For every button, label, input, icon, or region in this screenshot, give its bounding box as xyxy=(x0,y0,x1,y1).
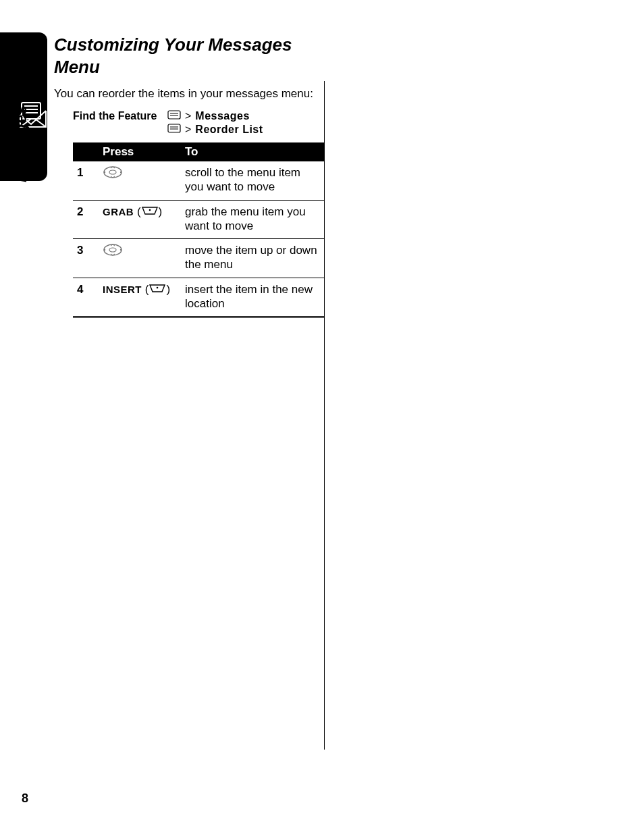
feature-path-1: > Messages xyxy=(167,110,250,122)
path-separator: > xyxy=(185,124,191,136)
svg-rect-6 xyxy=(168,111,180,119)
svg-point-15 xyxy=(120,172,122,173)
press-label-grab: GRAB xyxy=(103,206,134,217)
table-row: 4 INSERT ( ) insert the item in the new … xyxy=(73,278,324,317)
press-cell xyxy=(99,239,181,278)
main-content: Customizing Your Messages Menu You can r… xyxy=(54,34,324,318)
intro-text: You can reorder the items in your messag… xyxy=(54,87,324,101)
page-number: 8 xyxy=(22,791,28,806)
nav-key-icon xyxy=(103,165,123,182)
svg-point-20 xyxy=(120,249,122,251)
press-cell: INSERT ( ) xyxy=(99,278,181,317)
table-row: 1 scroll to the menu item you want to mo… xyxy=(73,161,324,200)
softkey-icon xyxy=(141,205,159,219)
col-header-num xyxy=(73,142,99,161)
table-row: 3 move the item up or down the menu xyxy=(73,239,324,278)
table-row: 2 GRAB ( ) grab the menu item you want t… xyxy=(73,200,324,239)
page-title: Customizing Your Messages Menu xyxy=(54,34,324,78)
press-label-insert: INSERT xyxy=(103,284,142,295)
svg-line-5 xyxy=(35,119,46,127)
steps-table: Press To 1 scroll to the menu item you w… xyxy=(73,142,324,318)
step-number: 2 xyxy=(73,200,99,239)
step-description: scroll to the menu item you want to move xyxy=(181,161,324,200)
step-number: 4 xyxy=(73,278,99,317)
softkey-icon xyxy=(149,282,166,296)
col-header-to: To xyxy=(181,142,324,161)
step-description: insert the item in the new location xyxy=(181,278,324,317)
svg-point-17 xyxy=(104,244,122,255)
step-number: 3 xyxy=(73,239,99,278)
press-cell xyxy=(99,161,181,200)
column-divider xyxy=(324,81,325,750)
menu-key-icon xyxy=(167,110,181,122)
menu-key-icon xyxy=(167,124,181,136)
svg-point-14 xyxy=(104,172,105,173)
svg-point-13 xyxy=(109,170,116,174)
find-feature-block: Find the Feature > Messages > Reorder Li… xyxy=(73,110,324,136)
svg-point-12 xyxy=(104,167,122,178)
step-number: 1 xyxy=(73,161,99,200)
nav-key-icon xyxy=(103,243,123,260)
svg-point-19 xyxy=(104,249,105,251)
find-feature-label: Find the Feature xyxy=(73,110,167,122)
svg-rect-9 xyxy=(168,124,180,132)
svg-point-18 xyxy=(109,248,116,252)
section-side-label-text: Messages xyxy=(12,105,30,182)
step-description: grab the menu item you want to move xyxy=(181,200,324,239)
svg-point-16 xyxy=(149,209,151,211)
feature-path-2: > Reorder List xyxy=(167,124,263,136)
step-description: move the item up or down the menu xyxy=(181,239,324,278)
col-header-press: Press xyxy=(99,142,181,161)
press-cell: GRAB ( ) xyxy=(99,200,181,239)
table-header-row: Press To xyxy=(73,142,324,161)
path-item-messages: Messages xyxy=(195,110,250,122)
svg-point-21 xyxy=(157,287,159,289)
path-item-reorder: Reorder List xyxy=(195,124,263,136)
section-side-label: Messages xyxy=(12,105,30,182)
path-separator: > xyxy=(185,110,191,122)
